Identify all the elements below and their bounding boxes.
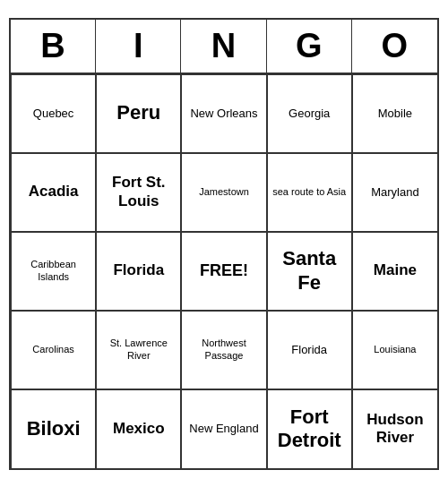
cell-r0-c4: Mobile xyxy=(352,74,437,153)
cell-r0-c1: Peru xyxy=(96,74,181,153)
cell-r3-c3: Florida xyxy=(267,311,352,389)
cell-r0-c3: Georgia xyxy=(267,74,352,153)
bingo-card: BINGO QuebecPeruNew OrleansGeorgiaMobile… xyxy=(9,18,439,470)
cell-r0-c0: Quebec xyxy=(11,74,96,153)
header-letter: O xyxy=(352,20,437,73)
cell-r2-c0: Caribbean Islands xyxy=(11,232,96,311)
header-letter: N xyxy=(181,20,266,73)
cell-r2-c4: Maine xyxy=(352,232,437,311)
cell-r4-c1: Mexico xyxy=(96,389,181,468)
cell-r2-c1: Florida xyxy=(96,232,181,311)
cell-r3-c1: St. Lawrence River xyxy=(96,311,181,389)
bingo-header: BINGO xyxy=(11,20,437,74)
cell-r4-c4: Hudson River xyxy=(352,389,437,468)
cell-r3-c0: Carolinas xyxy=(11,311,96,389)
bingo-grid: QuebecPeruNew OrleansGeorgiaMobileAcadia… xyxy=(11,74,437,468)
cell-r2-c2: FREE! xyxy=(181,232,266,311)
cell-r4-c2: New England xyxy=(181,389,266,468)
cell-r1-c3: sea route to Asia xyxy=(267,153,352,232)
cell-r1-c4: Maryland xyxy=(352,153,437,232)
header-letter: I xyxy=(96,20,181,73)
cell-r1-c1: Fort St. Louis xyxy=(96,153,181,232)
cell-r0-c2: New Orleans xyxy=(181,74,266,153)
header-letter: B xyxy=(11,20,96,73)
cell-r1-c0: Acadia xyxy=(11,153,96,232)
cell-r3-c2: Northwest Passage xyxy=(181,311,266,389)
cell-r4-c3: Fort Detroit xyxy=(267,389,352,468)
cell-r4-c0: Biloxi xyxy=(11,389,96,468)
cell-r3-c4: Louisiana xyxy=(352,311,437,389)
cell-r1-c2: Jamestown xyxy=(181,153,266,232)
cell-r2-c3: Santa Fe xyxy=(267,232,352,311)
header-letter: G xyxy=(267,20,352,73)
